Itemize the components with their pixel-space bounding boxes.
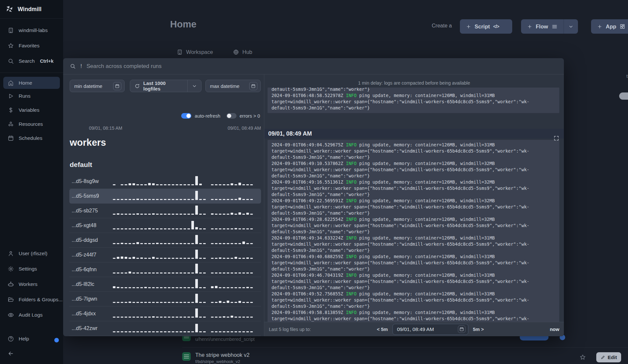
- home-icon: [8, 80, 14, 86]
- create-flow-button[interactable]: Flow: [521, 19, 578, 34]
- worker-name: ...d5-5sms9: [72, 193, 108, 199]
- truncated-text: t: [626, 73, 628, 79]
- search-prefix: !: [80, 63, 82, 69]
- worker-row[interactable]: ...d5-42zwr: [69, 321, 261, 336]
- pencil-icon: [601, 355, 605, 360]
- sidebar-item-runs[interactable]: Runs: [0, 89, 63, 103]
- sidebar-item-audit-logs[interactable]: Audit Logs: [0, 307, 63, 323]
- robot-icon: [8, 281, 14, 288]
- script-path[interactable]: u/henri/unencumbered_script: [195, 337, 254, 342]
- person-icon: [8, 250, 14, 257]
- search-icon: [70, 63, 76, 69]
- logfiles-select[interactable]: Last 1000 logfiles: [130, 80, 201, 92]
- create-a-label: Create a: [432, 23, 452, 29]
- errors-label: errors > 0: [240, 113, 260, 119]
- item-path: f/bd/stripe_webhook_v2: [195, 359, 240, 364]
- worker-row[interactable]: ...d5-5sms9: [69, 189, 261, 204]
- edit-button[interactable]: Edit: [596, 352, 621, 362]
- worker-activity-sparkline: [113, 294, 261, 304]
- worker-group-title: default: [70, 161, 92, 169]
- sidebar-item-home[interactable]: Home: [3, 77, 60, 89]
- worker-activity-sparkline: [113, 206, 261, 216]
- plus-icon: [597, 24, 602, 29]
- log-entry-line: 2024-09-01T06:48:58.522978Z INFO ping up…: [271, 92, 555, 99]
- worker-activity-sparkline: [113, 279, 261, 290]
- sidebar-item-settings[interactable]: Settings: [0, 261, 63, 276]
- sidebar-item-help[interactable]: Help: [0, 331, 63, 346]
- eye-icon: [8, 312, 14, 318]
- errors-toggle[interactable]: [226, 113, 236, 119]
- worker-row[interactable]: ...d5-gtm94: [69, 336, 261, 336]
- log-panel: 1 min delay: logs are compacted before b…: [264, 74, 564, 336]
- worker-row[interactable]: ...d5-z44f7: [69, 248, 261, 262]
- forward-5m-button[interactable]: 5m >: [473, 327, 484, 332]
- globe-icon: [233, 49, 239, 55]
- chevron-down-icon[interactable]: [187, 80, 201, 92]
- worker-row[interactable]: ...d5-l82lc: [69, 277, 261, 292]
- log-file-previous: default-5sms9-Jmn1G","name":"worker"}202…: [268, 88, 559, 113]
- log-entry-line: 2024-09-01T06:49:22.569591Z INFO ping up…: [271, 198, 555, 204]
- worker-list: ...d5-8sg9w...d5-5sms9...d5-sb275...d5-x…: [69, 174, 261, 336]
- log-entry-line: 2024-09-01T06:49:52.756855Z INFO ping up…: [271, 291, 555, 297]
- plus-icon: [527, 24, 532, 29]
- tab-hub[interactable]: Hub: [233, 49, 252, 55]
- range-start-label: 09/01, 08:15 AM: [89, 125, 122, 131]
- worker-activity-sparkline: [113, 323, 261, 334]
- background-pill-button[interactable]: [619, 92, 628, 100]
- star-icon[interactable]: [579, 354, 586, 361]
- log-search-bar[interactable]: !: [63, 58, 564, 74]
- worker-row[interactable]: ...d5-sb275: [69, 204, 261, 218]
- sidebar: Windmill windmill-labsFavoritesSearchCtr…: [0, 0, 63, 364]
- log-footer: Last 5 log files up to: < 5m 09/01, 08:4…: [264, 322, 564, 336]
- sidebar-item-folders-groups[interactable]: Folders & Groups...: [0, 292, 63, 307]
- log-entry-line: 2024-09-01T06:49:04.529675Z INFO ping up…: [271, 142, 555, 148]
- worker-row[interactable]: ...d5-7lgwn: [69, 292, 261, 306]
- worker-name: ...d5-42zwr: [72, 325, 108, 331]
- back-5m-button[interactable]: < 5m: [377, 327, 388, 332]
- sidebar-item-resources[interactable]: Resources: [0, 117, 63, 131]
- code-icon: </>: [493, 24, 499, 29]
- sidebar-item-schedules[interactable]: Schedules: [0, 131, 63, 145]
- auto-refresh-toggle[interactable]: [181, 113, 191, 119]
- worker-row[interactable]: ...d5-ddgsd: [69, 233, 261, 248]
- calendar-icon[interactable]: [458, 325, 465, 333]
- worker-row[interactable]: ...d5-4jdxx: [69, 306, 261, 321]
- worker-row[interactable]: ...d5-8sg9w: [69, 174, 261, 189]
- create-script-button[interactable]: Script </>: [460, 19, 512, 34]
- now-button[interactable]: now: [550, 327, 559, 332]
- footer-datetime-input[interactable]: 09/01, 08:49 AM: [392, 324, 468, 335]
- worker-name: ...d5-sb275: [72, 208, 108, 214]
- plus-icon: [466, 24, 471, 29]
- search-input[interactable]: [86, 63, 557, 70]
- worker-row[interactable]: ...d5-xgt48: [69, 218, 261, 233]
- worker-name: ...d5-z44f7: [72, 252, 108, 258]
- log-file-current: 2024-09-01T06:49:04.529675Z INFO ping up…: [268, 140, 559, 332]
- tab-workspace[interactable]: Workspace: [177, 49, 213, 55]
- collapse-sidebar-icon[interactable]: [0, 346, 63, 361]
- max-datetime-input[interactable]: max datetime: [205, 80, 261, 92]
- page-title: Home: [170, 19, 197, 30]
- worker-activity-sparkline: [113, 250, 261, 260]
- log-entry-line: 2024-09-01T06:49:40.688259Z INFO ping up…: [271, 254, 555, 260]
- calendar-icon[interactable]: [113, 82, 121, 90]
- expand-icon[interactable]: [553, 135, 559, 141]
- item-title[interactable]: The stripe webhook v2: [195, 352, 250, 358]
- worker-name: ...d5-7lgwn: [72, 296, 108, 302]
- worker-name: ...d5-8sg9w: [72, 178, 108, 184]
- calendar-icon[interactable]: [249, 82, 257, 90]
- sidebar-item-user-rfiszel[interactable]: User (rfiszel): [0, 246, 63, 261]
- sidebar-item-variables[interactable]: Variables: [0, 103, 63, 117]
- create-app-button[interactable]: App: [591, 19, 628, 34]
- worker-name: ...d5-xgt48: [72, 223, 108, 228]
- sidebar-item-search[interactable]: SearchCtrl+k: [0, 53, 63, 69]
- worker-row[interactable]: ...d5-6qfnn: [69, 262, 261, 277]
- sidebar-item-windmill-labs[interactable]: windmill-labs: [0, 23, 63, 38]
- notification-dot: [54, 338, 59, 342]
- flow-dropdown-chevron[interactable]: [564, 19, 578, 34]
- workers-panel: min datetime Last 1000 logfiles max date…: [63, 74, 264, 336]
- min-datetime-input[interactable]: min datetime: [70, 80, 125, 92]
- sidebar-item-workers[interactable]: Workers: [0, 276, 63, 292]
- sidebar-item-favorites[interactable]: Favorites: [0, 38, 63, 53]
- worker-activity-sparkline: [113, 220, 261, 231]
- app-logo[interactable]: Windmill: [0, 0, 63, 19]
